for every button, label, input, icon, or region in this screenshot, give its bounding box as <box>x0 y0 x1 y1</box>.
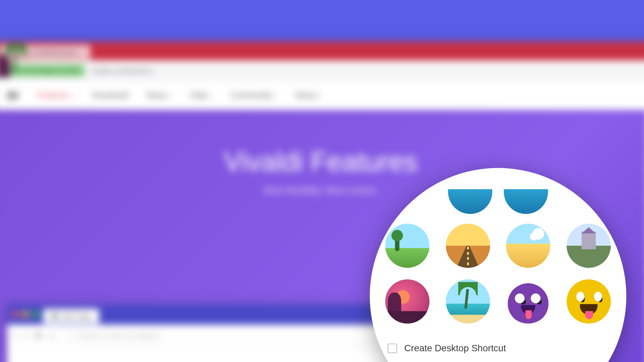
demo-tab[interactable]: Start Page <box>43 309 99 323</box>
nav-download[interactable]: Download <box>92 90 128 100</box>
titlebar: Features | Vivaldi Browser ⟲ ▦ — ☐ ✕ <box>0 42 644 60</box>
avatar-option[interactable] <box>504 189 548 214</box>
address-bar: Vivaldi Technologies AS [NO] vivaldi.com… <box>0 60 644 81</box>
desktop-shortcut-label: Create Desktop Shortcut <box>404 343 506 354</box>
chevron-down-icon: ▾ <box>274 92 277 99</box>
desktop-shortcut-checkbox[interactable] <box>387 343 397 353</box>
back-icon[interactable]: ‹ <box>14 330 17 341</box>
avatar-option-sunset[interactable] <box>385 279 430 323</box>
site-navbar: DI Features▾ Download News▾ Help▾ Commun… <box>0 81 644 110</box>
avatar-option-road[interactable] <box>446 224 490 268</box>
hero-title: Vivaldi Features <box>0 146 644 177</box>
url-text[interactable]: vivaldi.com/features/ <box>91 67 644 74</box>
avatar-option[interactable] <box>448 189 492 214</box>
avatar-option-monster[interactable] <box>506 279 550 323</box>
traffic-lights[interactable] <box>12 311 39 317</box>
nav-features[interactable]: Features▾ <box>37 90 74 100</box>
nav-help[interactable]: Help▾ <box>190 90 212 100</box>
nav-news[interactable]: News▾ <box>147 90 172 100</box>
avatar-option-emoji[interactable] <box>567 279 611 323</box>
site-logo[interactable]: DI <box>7 89 19 102</box>
chevron-down-icon: ▾ <box>319 92 322 99</box>
avatar-option-castle[interactable] <box>567 224 611 268</box>
nav-community[interactable]: Community▾ <box>230 90 277 100</box>
avatar-option-dunes[interactable] <box>506 224 550 268</box>
forward-icon[interactable]: › <box>24 330 28 341</box>
chevron-down-icon: ▾ <box>210 92 212 99</box>
avatar-option-beach[interactable] <box>446 279 490 323</box>
avatar-option-hills[interactable] <box>385 224 430 268</box>
home-icon[interactable]: ⌂ <box>50 330 55 341</box>
vivaldi-icon: V <box>70 332 74 340</box>
chevron-down-icon: ▾ <box>170 92 172 99</box>
chevron-down-icon: ▾ <box>72 92 74 99</box>
nav-about[interactable]: About▾ <box>295 90 322 100</box>
reload-icon[interactable]: ⟳ <box>35 330 43 341</box>
page-icon <box>51 313 58 319</box>
